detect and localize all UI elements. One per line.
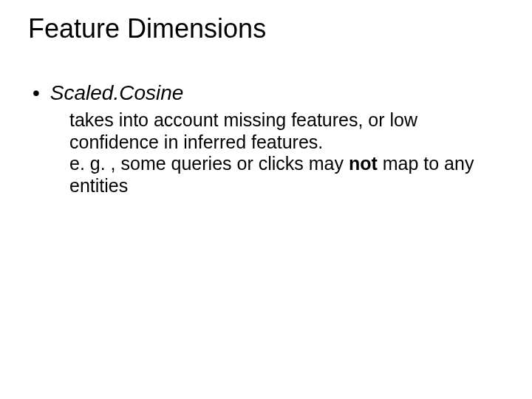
- bullet-label: Scaled.Cosine: [50, 81, 184, 105]
- description-line-1: takes into account missing features, or …: [69, 109, 483, 153]
- slide-content: • Scaled.Cosine takes into account missi…: [28, 81, 502, 197]
- slide-title: Feature Dimensions: [28, 13, 266, 44]
- description-line-2-bold: not: [349, 153, 378, 174]
- description-line-2-pre: e. g. , some queries or clicks may: [69, 153, 349, 174]
- bullet-item: • Scaled.Cosine: [28, 81, 502, 105]
- bullet-marker: •: [33, 83, 40, 103]
- bullet-description: takes into account missing features, or …: [69, 109, 483, 197]
- description-line-2: e. g. , some queries or clicks may not m…: [69, 153, 483, 197]
- slide: Feature Dimensions • Scaled.Cosine takes…: [0, 0, 532, 399]
